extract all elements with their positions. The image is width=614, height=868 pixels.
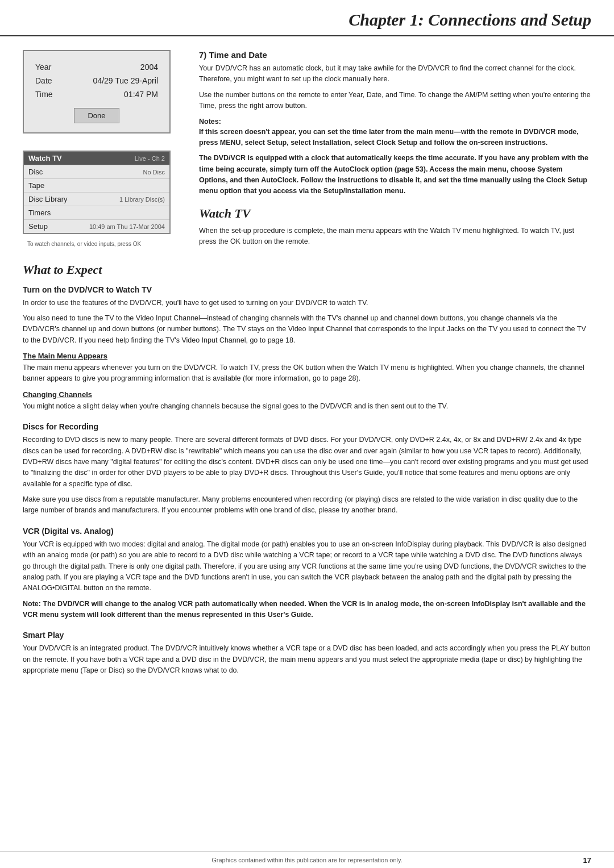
main-menu-appears-heading: The Main Menu Appears bbox=[23, 352, 591, 360]
menu-item-setup[interactable]: Setup 10:49 am Thu 17-Mar 2004 bbox=[24, 220, 169, 233]
footer-caption: Graphics contained within this publicati… bbox=[211, 857, 402, 863]
menu-value-disc-library: 1 Library Disc(s) bbox=[119, 196, 165, 203]
time-date-heading: 7) Time and Date bbox=[199, 50, 591, 60]
watch-tv-para1: When the set-up procedure is complete, t… bbox=[199, 226, 591, 248]
what-to-expect-section: What to Expect Turn on the DVD/VCR to Wa… bbox=[23, 262, 591, 677]
menu-value-disc: No Disc bbox=[143, 169, 165, 176]
menu-label-timers: Timers bbox=[28, 208, 51, 217]
vcr-digital-section: VCR (Digital vs. Analog) Your VCR is equ… bbox=[23, 527, 591, 621]
turn-on-para1: In order to use the features of the DVD/… bbox=[23, 298, 591, 308]
time-date-para1: Your DVD/VCR has an automatic clock, but… bbox=[199, 63, 591, 85]
what-to-expect-area: What to Expect Turn on the DVD/VCR to Wa… bbox=[0, 257, 614, 677]
notes-label: Notes: bbox=[199, 118, 591, 126]
page-number: 17 bbox=[583, 856, 591, 865]
turn-on-para2: You also need to tune the TV to the Vide… bbox=[23, 313, 591, 346]
year-row: Year 2004 bbox=[35, 60, 158, 74]
watch-tv-heading: Watch TV bbox=[199, 206, 591, 221]
date-label: Date bbox=[35, 76, 52, 85]
note1: If this screen doesn't appear, you can s… bbox=[199, 127, 591, 149]
menu-item-watch-tv[interactable]: Watch TV Live - Ch 2 bbox=[24, 152, 169, 165]
smart-play-para1: Your DVD/VCR is an integrated product. T… bbox=[23, 643, 591, 676]
time-value: 01:47 PM bbox=[124, 90, 158, 99]
menu-label-tape: Tape bbox=[28, 181, 44, 190]
vcr-digital-para1: Your VCR is equipped with two modes: dig… bbox=[23, 539, 591, 594]
time-date-section: 7) Time and Date Your DVD/VCR has an aut… bbox=[199, 50, 591, 197]
chapter-title: Chapter 1: Connections and Setup bbox=[349, 10, 591, 29]
vcr-digital-heading: VCR (Digital vs. Analog) bbox=[23, 527, 591, 536]
menu-value-setup: 10:49 am Thu 17-Mar 2004 bbox=[89, 223, 165, 230]
page-header: Chapter 1: Connections and Setup bbox=[0, 0, 614, 36]
right-column: 7) Time and Date Your DVD/VCR has an aut… bbox=[199, 50, 591, 257]
vcr-digital-note: Note: The DVD/VCR will change to the ana… bbox=[23, 599, 591, 621]
discs-recording-para2: Make sure you use discs from a reputable… bbox=[23, 494, 591, 516]
changing-channels-text: You might notice a slight delay when you… bbox=[23, 401, 591, 412]
menu-item-tape[interactable]: Tape bbox=[24, 179, 169, 193]
year-value: 2004 bbox=[140, 62, 158, 72]
date-row: Date 04/29 Tue 29-April bbox=[35, 74, 158, 87]
main-menu-screen: Watch TV Live - Ch 2 Disc No Disc Tape D… bbox=[23, 151, 171, 234]
note2: The DVD/VCR is equipped with a clock tha… bbox=[199, 153, 591, 197]
turn-on-section: Turn on the DVD/VCR to Watch TV In order… bbox=[23, 285, 591, 412]
discs-recording-heading: Discs for Recording bbox=[23, 422, 591, 431]
what-to-expect-heading: What to Expect bbox=[23, 262, 591, 277]
discs-recording-section: Discs for Recording Recording to DVD dis… bbox=[23, 422, 591, 516]
menu-label-disc: Disc bbox=[28, 168, 43, 176]
main-menu-appears-text: The main menu appears whenever you turn … bbox=[23, 362, 591, 385]
menu-caption: To watch channels, or video inputs, pres… bbox=[23, 239, 182, 249]
left-column: Year 2004 Date 04/29 Tue 29-April Time 0… bbox=[23, 50, 182, 257]
discs-recording-para1: Recording to DVD discs is new to many pe… bbox=[23, 435, 591, 490]
done-button[interactable]: Done bbox=[74, 108, 119, 123]
turn-on-heading: Turn on the DVD/VCR to Watch TV bbox=[23, 285, 591, 294]
menu-item-timers[interactable]: Timers bbox=[24, 206, 169, 220]
menu-label-disc-library: Disc Library bbox=[28, 195, 68, 203]
menu-item-disc-library[interactable]: Disc Library 1 Library Disc(s) bbox=[24, 193, 169, 206]
time-date-para2: Use the number buttons on the remote to … bbox=[199, 90, 591, 112]
smart-play-heading: Smart Play bbox=[23, 631, 591, 640]
menu-item-disc[interactable]: Disc No Disc bbox=[24, 165, 169, 179]
changing-channels-heading: Changing Channels bbox=[23, 390, 591, 399]
date-value: 04/29 Tue 29-April bbox=[93, 76, 158, 85]
menu-label-setup: Setup bbox=[28, 222, 48, 231]
time-date-screen: Year 2004 Date 04/29 Tue 29-April Time 0… bbox=[23, 50, 171, 133]
menu-label-watch-tv: Watch TV bbox=[28, 154, 62, 162]
menu-value-watch-tv: Live - Ch 2 bbox=[135, 155, 165, 162]
time-label: Time bbox=[35, 90, 53, 99]
year-label: Year bbox=[35, 62, 51, 72]
time-row: Time 01:47 PM bbox=[35, 87, 158, 101]
page-footer: Graphics contained within this publicati… bbox=[0, 852, 614, 868]
watch-tv-section: Watch TV When the set-up procedure is co… bbox=[199, 206, 591, 248]
smart-play-section: Smart Play Your DVD/VCR is an integrated… bbox=[23, 631, 591, 676]
main-content: Year 2004 Date 04/29 Tue 29-April Time 0… bbox=[0, 36, 614, 257]
